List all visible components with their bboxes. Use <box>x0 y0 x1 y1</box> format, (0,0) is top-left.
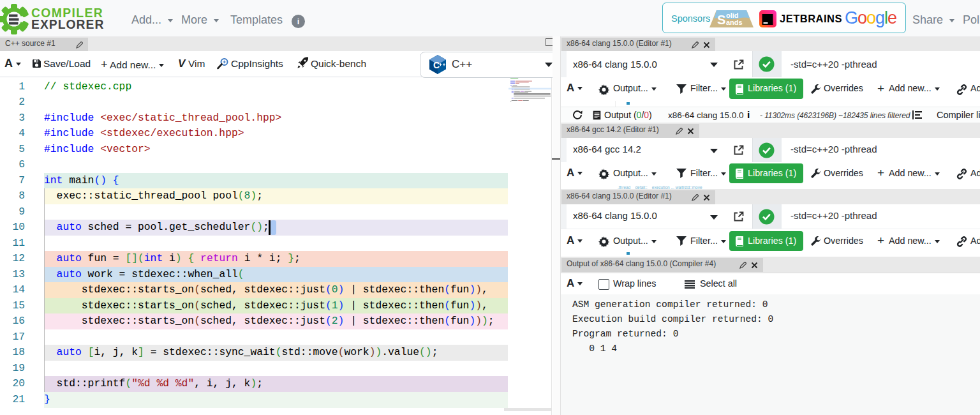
svg-text:C: C <box>433 60 440 70</box>
svg-text:ands: ands <box>726 19 743 26</box>
svg-text:S: S <box>717 13 725 27</box>
